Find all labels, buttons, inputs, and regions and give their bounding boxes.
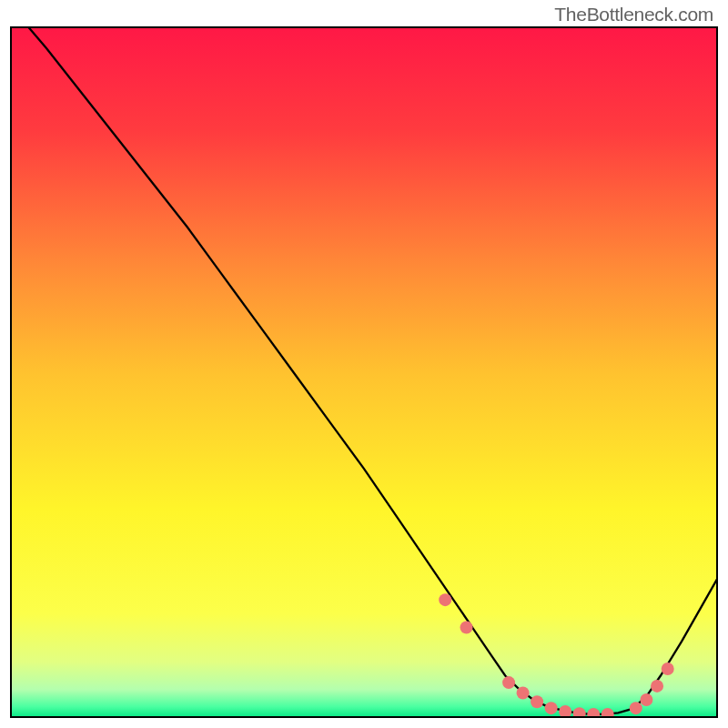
marker-point (662, 662, 674, 675)
watermark-text: TheBottleneck.com (554, 4, 713, 25)
marker-point (502, 676, 515, 689)
gradient-background (11, 27, 717, 717)
marker-point (559, 705, 571, 718)
chart-svg (0, 0, 728, 728)
marker-point (640, 693, 652, 706)
marker-point (545, 702, 558, 714)
marker-point (531, 695, 543, 708)
marker-point (587, 708, 600, 721)
bottleneck-curve-chart (0, 0, 728, 728)
marker-point (517, 686, 530, 699)
marker-point (651, 680, 663, 693)
marker-point (602, 708, 614, 721)
marker-point (573, 707, 586, 720)
marker-point (439, 593, 451, 606)
marker-point (460, 621, 473, 633)
marker-point (630, 702, 642, 714)
